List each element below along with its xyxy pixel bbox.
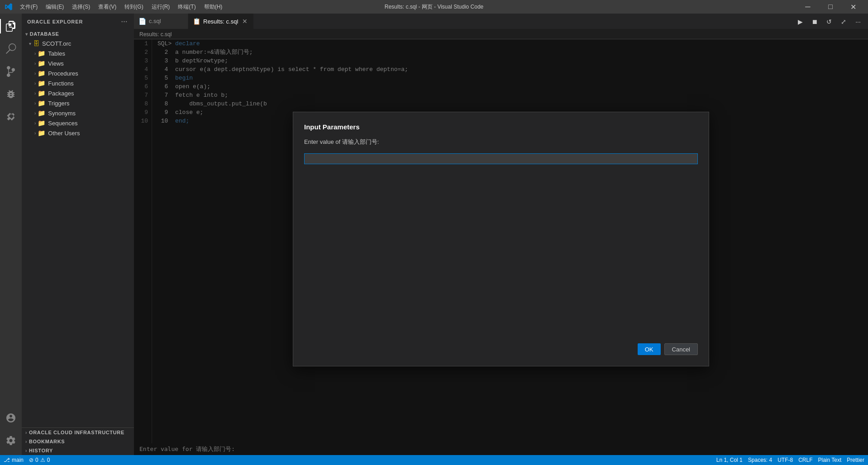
layout-button[interactable]: ⤢ [837, 17, 850, 27]
menu-goto[interactable]: 转到(G) [121, 2, 147, 12]
other-users-chevron: › [34, 131, 36, 136]
encoding-status[interactable]: UTF-8 [777, 457, 793, 463]
tree-item-triggers[interactable]: › 📁 Triggers [22, 98, 134, 108]
tables-label: Tables [48, 50, 65, 57]
breadcrumb-text: Results: c.sql [139, 31, 172, 38]
status-bar-right: Ln 1, Col 1 Spaces: 4 UTF-8 CRLF Plain T… [716, 457, 864, 463]
tree-item-functions[interactable]: › 📁 Functions [22, 78, 134, 88]
menu-run[interactable]: 运行(R) [148, 2, 174, 12]
title-bar-menus: 文件(F) 编辑(E) 选择(S) 查看(V) 转到(G) 运行(R) 终端(T… [16, 2, 226, 12]
tree-item-sequences[interactable]: › 📁 Sequences [22, 118, 134, 128]
spaces-status[interactable]: Spaces: 4 [748, 457, 772, 463]
synonyms-folder-icon: 📁 [38, 109, 45, 117]
sidebar-header-icons: ··· [120, 17, 129, 26]
oracle-cloud-chevron: › [25, 430, 27, 435]
results-tab-label: Results: c.sql [203, 18, 238, 25]
oracle-cloud-section[interactable]: › ORACLE CLOUD INFRASTRUCTURE [22, 428, 134, 437]
warning-icon: ⚠ [40, 457, 45, 463]
explorer-activity-icon[interactable] [0, 15, 22, 37]
sidebar: ORACLE EXPLORER ··· ▾ DATABASE ▾ 🗄 SCOTT… [22, 14, 134, 455]
activity-bar [0, 14, 22, 455]
menu-view[interactable]: 查看(V) [95, 2, 120, 12]
debug-activity-icon[interactable] [0, 83, 22, 105]
menu-help[interactable]: 帮助(H) [200, 2, 226, 12]
views-folder-icon: 📁 [38, 60, 45, 67]
cursor-position-status[interactable]: Ln 1, Col 1 [716, 457, 743, 463]
modal-label: Enter value of 请输入部门号: [304, 138, 698, 146]
tables-folder-icon: 📁 [38, 50, 45, 57]
error-status[interactable]: ⊘ 0 ⚠ 0 [29, 457, 50, 463]
maximize-button[interactable]: □ [820, 0, 841, 14]
scott-chevron: ▾ [29, 41, 31, 46]
stop-button[interactable]: ⏹ [808, 17, 821, 27]
error-icon: ⊘ [29, 457, 33, 463]
modal-buttons: OK Cancel [304, 171, 698, 355]
scott-label: SCOTT.orc [42, 40, 71, 47]
menu-terminal[interactable]: 终端(T) [174, 2, 199, 12]
menu-edit[interactable]: 编辑(E) [42, 2, 67, 12]
prettier-status[interactable]: Prettier [847, 457, 864, 463]
procedures-chevron: › [34, 71, 36, 76]
modal-ok-button[interactable]: OK [638, 343, 661, 355]
sidebar-header: ORACLE EXPLORER ··· [22, 14, 134, 29]
source-control-activity-icon[interactable] [0, 61, 22, 82]
close-button[interactable]: ✕ [843, 0, 863, 14]
sidebar-tree: ▾ DATABASE ▾ 🗄 SCOTT.orc › 📁 Tables › 📁 … [22, 29, 134, 427]
modal-cancel-button[interactable]: Cancel [664, 343, 698, 355]
spaces-label: Spaces: 4 [748, 457, 772, 463]
results-tab-close-button[interactable]: ✕ [241, 17, 249, 25]
tree-item-other-users[interactable]: › 📁 Other Users [22, 128, 134, 138]
bookmarks-section[interactable]: › BOOKMARKS [22, 437, 134, 446]
error-count: 0 [35, 457, 38, 463]
tree-item-scott[interactable]: ▾ 🗄 SCOTT.orc [22, 38, 134, 48]
extensions-activity-icon[interactable] [0, 106, 22, 128]
editor-area: 📄 c.sql 📋 Results: c.sql ✕ ▶ ⏹ ↺ ⤢ ··· R… [134, 14, 868, 455]
run-button[interactable]: ▶ [794, 17, 806, 27]
csql-tab-icon: 📄 [138, 18, 146, 25]
modal-input[interactable] [304, 153, 698, 164]
overflow-button[interactable]: ··· [852, 17, 864, 27]
menu-select[interactable]: 选择(S) [68, 2, 94, 12]
branch-status[interactable]: ⎇ main [4, 457, 24, 463]
packages-chevron: › [34, 91, 36, 96]
input-parameters-modal: Input Parameters Enter value of 请输入部门号: … [293, 112, 709, 366]
triggers-chevron: › [34, 101, 36, 106]
settings-activity-icon[interactable] [0, 430, 22, 451]
sequences-chevron: › [34, 121, 36, 126]
tree-item-tables[interactable]: › 📁 Tables [22, 48, 134, 58]
eol-status[interactable]: CRLF [798, 457, 812, 463]
modal-overlay: Input Parameters Enter value of 请输入部门号: … [134, 39, 868, 455]
sequences-folder-icon: 📁 [38, 119, 45, 127]
minimize-button[interactable]: ─ [797, 0, 818, 14]
oracle-cloud-label: ORACLE CLOUD INFRASTRUCTURE [29, 430, 124, 435]
tree-item-procedures[interactable]: › 📁 Procedures [22, 68, 134, 78]
bookmarks-label: BOOKMARKS [29, 439, 65, 444]
menu-file[interactable]: 文件(F) [16, 2, 41, 12]
other-users-label: Other Users [48, 130, 80, 137]
search-activity-icon[interactable] [0, 38, 22, 60]
window-controls: ─ □ ✕ [797, 0, 863, 14]
tree-item-views[interactable]: › 📁 Views [22, 58, 134, 68]
accounts-activity-icon[interactable] [0, 407, 22, 429]
database-section-header[interactable]: ▾ DATABASE [22, 29, 134, 38]
sidebar-overflow-button[interactable]: ··· [120, 17, 129, 26]
title-bar: 文件(F) 编辑(E) 选择(S) 查看(V) 转到(G) 运行(R) 终端(T… [0, 0, 868, 14]
tree-item-synonyms[interactable]: › 📁 Synonyms [22, 108, 134, 118]
packages-label: Packages [48, 90, 74, 97]
functions-folder-icon: 📁 [38, 80, 45, 87]
status-bar-left: ⎇ main ⊘ 0 ⚠ 0 [4, 457, 50, 463]
refresh-button[interactable]: ↺ [823, 17, 835, 27]
history-section[interactable]: › HISTORY [22, 446, 134, 455]
tree-item-packages[interactable]: › 📁 Packages [22, 88, 134, 98]
language-status[interactable]: Plain Text [818, 457, 842, 463]
tab-results[interactable]: 📋 Results: c.sql ✕ [188, 14, 254, 29]
eol-label: CRLF [798, 457, 812, 463]
csql-tab-label: c.sql [149, 18, 161, 24]
tab-csql[interactable]: 📄 c.sql [134, 14, 188, 29]
database-chevron: ▾ [25, 32, 28, 37]
synonyms-label: Synonyms [48, 110, 76, 117]
app-container: ORACLE EXPLORER ··· ▾ DATABASE ▾ 🗄 SCOTT… [0, 14, 868, 455]
triggers-folder-icon: 📁 [38, 100, 45, 107]
breadcrumb: Results: c.sql [134, 29, 868, 39]
prettier-label: Prettier [847, 457, 864, 463]
